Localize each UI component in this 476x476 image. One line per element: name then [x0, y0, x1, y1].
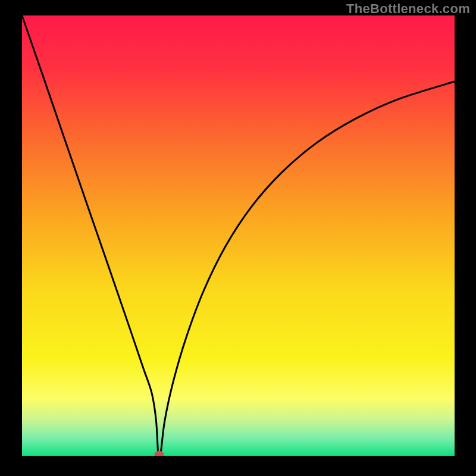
- plot-background: [22, 15, 455, 456]
- watermark: TheBottleneck.com: [346, 1, 470, 17]
- bottleneck-chart: [0, 0, 476, 476]
- chart-stage: TheBottleneck.com: [0, 0, 476, 476]
- bottom-frame: [22, 456, 455, 476]
